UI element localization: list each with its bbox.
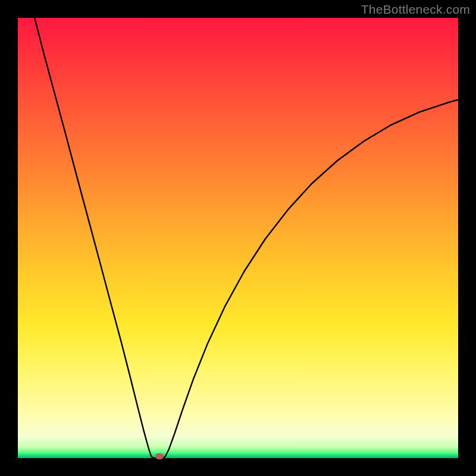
optimum-marker — [155, 453, 164, 459]
chart-frame: TheBottleneck.com — [0, 0, 476, 476]
bottleneck-curve — [18, 18, 458, 458]
plot-area — [18, 18, 458, 458]
watermark-text: TheBottleneck.com — [361, 2, 470, 17]
